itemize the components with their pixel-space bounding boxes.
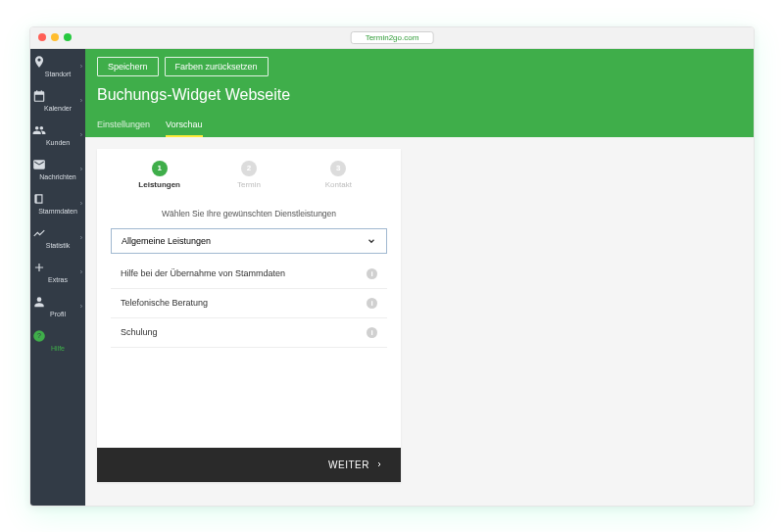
sidebar-item-extras[interactable]: Extras › <box>30 255 85 289</box>
user-icon <box>32 295 83 309</box>
sidebar-item-label: Kalender <box>44 105 72 112</box>
sidebar-item-label: Kunden <box>46 139 70 146</box>
option-label: Hilfe bei der Übernahme von Stammdaten <box>121 268 285 278</box>
sidebar-item-profil[interactable]: Profil › <box>30 289 85 323</box>
book-icon <box>32 192 83 206</box>
titlebar: Termin2go.com <box>30 27 754 49</box>
step-termin: 2 Termin <box>204 161 293 189</box>
next-label: WEITER <box>328 459 369 470</box>
zoom-dot[interactable] <box>64 33 72 41</box>
sidebar: Standort › Kalender › Kunden › Nachricht… <box>30 49 85 506</box>
page-header: Speichern Farben zurücksetzen Buchungs-W… <box>85 49 754 137</box>
chevron-right-icon: › <box>80 234 82 241</box>
sidebar-item-stammdaten[interactable]: Stammdaten › <box>30 186 85 220</box>
sidebar-item-kalender[interactable]: Kalender › <box>30 83 85 118</box>
sidebar-item-kunden[interactable]: Kunden › <box>30 118 85 152</box>
category-select[interactable]: Allgemeine Leistungen <box>111 228 387 254</box>
chevron-right-icon: › <box>80 166 82 172</box>
plus-icon <box>32 261 83 274</box>
step-label: Termin <box>204 180 293 189</box>
sidebar-item-label: Profil <box>50 311 66 317</box>
chevron-right-icon <box>375 459 383 469</box>
service-option[interactable]: Telefonische Beratung i <box>111 289 387 318</box>
chevron-right-icon: › <box>80 268 82 275</box>
sidebar-item-nachrichten[interactable]: Nachrichten › <box>30 152 85 186</box>
sidebar-item-label: Standort <box>45 71 71 77</box>
chevron-right-icon: › <box>80 131 82 138</box>
window-controls <box>38 33 72 41</box>
sidebar-item-statistik[interactable]: Statistik › <box>30 220 85 255</box>
stepper: 1 Leistungen 2 Termin 3 Kontakt <box>97 149 401 197</box>
chart-icon <box>32 226 83 240</box>
app-window: Termin2go.com Standort › Kalender › Kund… <box>29 26 755 507</box>
chevron-right-icon: › <box>80 200 82 207</box>
option-label: Telefonische Beratung <box>121 298 208 308</box>
svg-text:?: ? <box>37 332 41 339</box>
pin-icon <box>32 55 83 69</box>
service-option[interactable]: Hilfe bei der Übernahme von Stammdaten i <box>111 260 387 289</box>
step-number: 3 <box>330 161 346 176</box>
chevron-right-icon: › <box>80 303 82 310</box>
url-pill: Termin2go.com <box>351 31 434 44</box>
option-label: Schulung <box>121 327 158 337</box>
help-icon: ? <box>32 329 83 343</box>
step-leistungen: 1 Leistungen <box>115 161 204 189</box>
chevron-right-icon: › <box>80 97 82 104</box>
step-label: Leistungen <box>115 180 204 189</box>
tabs: Einstellungen Vorschau <box>97 114 742 137</box>
info-icon[interactable]: i <box>367 327 377 338</box>
page-title: Buchungs-Widget Webseite <box>97 86 742 104</box>
save-button[interactable]: Speichern <box>97 57 159 76</box>
reset-colors-button[interactable]: Farben zurücksetzen <box>165 57 269 76</box>
booking-widget-preview: 1 Leistungen 2 Termin 3 Kontakt Wählen S… <box>97 149 401 482</box>
sidebar-item-label: Nachrichten <box>39 173 75 180</box>
chevron-down-icon <box>367 236 376 246</box>
minimize-dot[interactable] <box>51 33 59 41</box>
service-option[interactable]: Schulung i <box>111 318 387 348</box>
step-kontakt: 3 Kontakt <box>294 161 383 189</box>
chevron-right-icon: › <box>80 63 82 70</box>
select-label: Allgemeine Leistungen <box>122 236 211 246</box>
step-number: 2 <box>241 161 257 176</box>
sidebar-item-label: Stammdaten <box>38 208 77 215</box>
mail-icon <box>32 158 83 171</box>
step-label: Kontakt <box>294 180 383 189</box>
info-icon[interactable]: i <box>367 268 377 279</box>
content-area: 1 Leistungen 2 Termin 3 Kontakt Wählen S… <box>85 137 754 506</box>
sidebar-item-label: Extras <box>48 276 68 283</box>
close-dot[interactable] <box>38 33 46 41</box>
info-icon[interactable]: i <box>367 298 377 309</box>
tab-settings[interactable]: Einstellungen <box>97 114 150 137</box>
sidebar-item-label: Hilfe <box>51 345 65 352</box>
instruction-text: Wählen Sie Ihre gewünschten Dienstleistu… <box>97 197 401 228</box>
calendar-icon <box>32 89 83 103</box>
sidebar-item-standort[interactable]: Standort › <box>30 49 85 83</box>
main: Speichern Farben zurücksetzen Buchungs-W… <box>85 49 754 506</box>
people-icon <box>32 123 83 137</box>
step-number: 1 <box>152 161 168 176</box>
sidebar-item-label: Statistik <box>46 242 71 249</box>
next-button[interactable]: WEITER <box>97 448 401 482</box>
tab-preview[interactable]: Vorschau <box>166 114 203 137</box>
sidebar-item-hilfe[interactable]: ? Hilfe <box>30 323 85 358</box>
